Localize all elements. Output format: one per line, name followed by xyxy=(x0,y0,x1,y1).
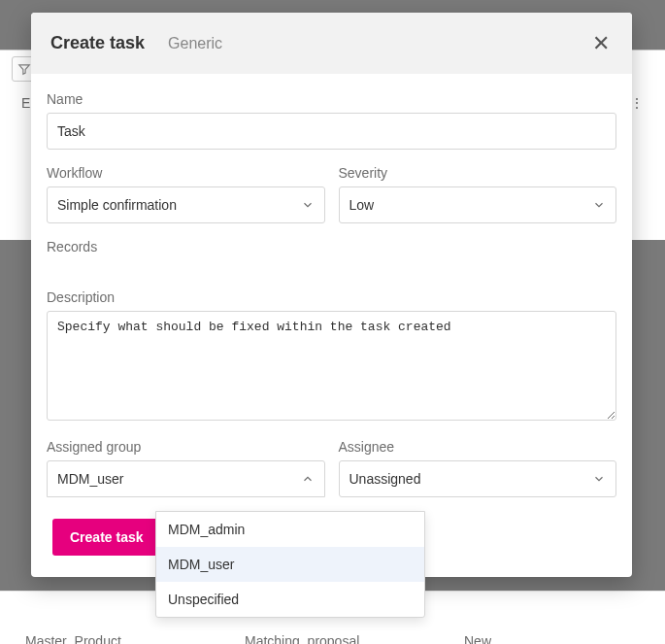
assigned-group-label: Assigned group xyxy=(47,439,325,455)
modal-header: Create task Generic ✕ xyxy=(31,13,632,74)
assignee-select[interactable]: Unassigned xyxy=(339,460,617,497)
bg-text-3: New xyxy=(464,633,491,644)
chevron-down-icon xyxy=(301,198,315,212)
dropdown-option[interactable]: Unspecified xyxy=(156,582,424,617)
assignee-value: Unassigned xyxy=(349,471,421,487)
bg-menu-dots: ⋮ xyxy=(630,95,644,111)
modal-body: Name Workflow Simple confirmation Severi… xyxy=(31,74,632,505)
bg-col-e: E xyxy=(21,95,30,111)
dropdown-option[interactable]: MDM_admin xyxy=(156,512,424,547)
assignee-label: Assignee xyxy=(339,439,617,455)
chevron-up-icon xyxy=(301,472,315,486)
dropdown-option[interactable]: MDM_user xyxy=(156,547,424,582)
chevron-down-icon xyxy=(592,198,606,212)
modal-subtitle: Generic xyxy=(168,35,222,52)
workflow-label: Workflow xyxy=(47,165,325,181)
assigned-group-select[interactable]: MDM_user xyxy=(47,460,325,497)
bg-text-2: Matching_proposal xyxy=(245,633,359,644)
assigned-group-value: MDM_user xyxy=(57,471,123,487)
create-task-button[interactable]: Create task xyxy=(52,519,161,556)
workflow-value: Simple confirmation xyxy=(57,197,177,213)
close-button[interactable]: ✕ xyxy=(589,32,613,55)
modal-title: Create task xyxy=(50,33,145,53)
close-icon: ✕ xyxy=(592,31,610,56)
records-label: Records xyxy=(47,239,616,254)
workflow-select[interactable]: Simple confirmation xyxy=(47,186,325,223)
chevron-down-icon xyxy=(592,472,606,486)
severity-label: Severity xyxy=(339,165,617,181)
name-label: Name xyxy=(47,91,616,107)
severity-select[interactable]: Low xyxy=(339,186,617,223)
create-task-modal: Create task Generic ✕ Name Workflow Simp… xyxy=(31,13,632,577)
description-label: Description xyxy=(47,289,616,305)
assigned-group-dropdown: MDM_admin MDM_user Unspecified xyxy=(155,511,425,618)
name-input[interactable] xyxy=(47,113,616,150)
description-textarea[interactable]: Specify what should be fixed within the … xyxy=(47,311,616,421)
bg-text-1: Master_Product xyxy=(25,633,121,644)
severity-value: Low xyxy=(349,197,375,213)
